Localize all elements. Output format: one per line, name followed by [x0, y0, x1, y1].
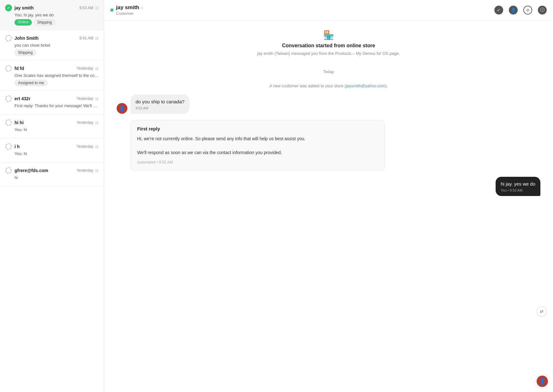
conv-time: Yesterday: [77, 168, 93, 173]
chat-header-actions: ✓ 👤 ⊘ ⓘ: [494, 6, 547, 14]
chat-panel: jay smith › Customer ✓ 👤 ⊘ ⓘ 🏪 Conversat…: [104, 0, 553, 392]
customer-message-text: do you ship to canada?: [136, 98, 184, 105]
chevron-right-icon: ›: [141, 5, 143, 10]
info-icon[interactable]: ⓘ: [538, 6, 547, 14]
customer-bubble: do you ship to canada? 9:52 AM: [131, 95, 189, 114]
conv-preview: You: hi: [15, 127, 99, 132]
system-subtitle: jay smith (Taiwan) messaged you from the…: [117, 50, 540, 57]
conv-preview: One Scales has assigned themself to the …: [15, 73, 99, 78]
system-title: Conversation started from online store: [117, 43, 540, 49]
conv-name: hi hi: [15, 120, 24, 125]
agent-avatar-bottom: 👤: [537, 376, 548, 387]
store-icon: 🏪: [117, 30, 540, 40]
customer-avatar: 👤: [117, 103, 127, 114]
conversation-item[interactable]: gfrere@fds.comYesterday⊟hi: [0, 163, 104, 187]
chat-header: jay smith › Customer ✓ 👤 ⊘ ⓘ: [104, 0, 553, 20]
conv-time: 9:53 AM: [79, 6, 93, 10]
auto-reply-footer: Automated • 9:52 AM: [137, 160, 378, 164]
conv-avatar: [5, 35, 12, 42]
conv-pin-icon: ⊟: [95, 120, 99, 125]
customer-notice: A new customer was added to your store (…: [117, 84, 540, 88]
notice-suffix: ).: [385, 84, 388, 88]
person-icon[interactable]: 👤: [509, 6, 518, 14]
system-message: 🏪 Conversation started from online store…: [117, 30, 540, 57]
conv-name: John Smith: [15, 36, 38, 41]
conv-time: Yesterday: [77, 120, 93, 125]
conv-avatar: [5, 119, 12, 126]
conv-avatar: [5, 167, 12, 174]
auto-reply-title: First reply: [137, 126, 378, 131]
conv-name: gfrere@fds.com: [15, 168, 48, 173]
conv-time: Yesterday: [77, 66, 93, 71]
chat-header-left: jay smith › Customer: [110, 4, 143, 16]
conversation-item[interactable]: ✓jay smith9:53 AM⊟You: hi jay. yes we do…: [0, 0, 104, 30]
conv-time: Yesterday: [77, 96, 93, 101]
conv-pin-icon: ⊟: [95, 168, 99, 173]
conv-tags: OnlineShipping: [15, 19, 99, 26]
repeat-icon[interactable]: ⇄: [537, 306, 547, 316]
conv-pin-icon: ⊟: [95, 6, 99, 10]
conv-time: Yesterday: [77, 144, 93, 149]
conversation-item[interactable]: hi hiYesterday⊟You: hi: [0, 115, 104, 139]
conversation-item[interactable]: John Smith9:41 AM⊟you can close ticketSh…: [0, 30, 104, 61]
online-indicator: [110, 9, 114, 12]
conv-name: fd fd: [15, 66, 24, 71]
notice-text: A new customer was added to your store: [269, 84, 343, 88]
auto-reply-p1: Hi, we're not currently online. So pleas…: [137, 135, 378, 142]
conv-preview: First reply: Thanks for your message! We…: [15, 103, 99, 108]
conv-tags: Shipping: [15, 49, 99, 56]
conversation-list: ✓jay smith9:53 AM⊟You: hi jay. yes we do…: [0, 0, 104, 392]
conv-name: ert 432r: [15, 96, 31, 101]
conv-avatar: [5, 65, 12, 72]
conv-avatar: [5, 143, 12, 150]
conversation-item[interactable]: fd fdYesterday⊟One Scales has assigned t…: [0, 61, 104, 91]
notice-email-link[interactable]: jaysmith@yahoo.com: [346, 84, 385, 88]
agent-message-time: You • 9:53 AM: [501, 188, 535, 192]
conv-pin-icon: ⊟: [95, 36, 99, 41]
conv-avatar: ✓: [5, 4, 12, 11]
auto-reply-card: First reply Hi, we're not currently onli…: [131, 120, 385, 170]
customer-message-time: 9:52 AM: [136, 106, 184, 110]
auto-reply-body1: Hi, we're not currently online. So pleas…: [137, 135, 378, 156]
conv-pin-icon: ⊟: [95, 96, 99, 101]
chat-contact-name: jay smith: [116, 4, 139, 11]
conv-time: 9:41 AM: [79, 36, 93, 40]
conv-tag: Online: [15, 19, 32, 26]
agent-bubble: hi jay. yes we do You • 9:53 AM: [496, 177, 540, 196]
customer-message-row: 👤 do you ship to canada? 9:52 AM: [117, 95, 540, 114]
conv-tags: Assigned to me: [15, 80, 99, 86]
date-divider: Today: [117, 69, 540, 74]
agent-message-row: hi jay. yes we do You • 9:53 AM: [117, 177, 540, 196]
conv-preview: You: hi jay. yes we do: [15, 13, 99, 17]
conversation-item[interactable]: i hYesterday⊟You: hi: [0, 139, 104, 163]
conv-avatar: [5, 95, 12, 102]
conv-tag: Assigned to me: [15, 80, 48, 86]
conv-preview: You: hi: [15, 151, 99, 156]
conversation-item[interactable]: ert 432rYesterday⊟First reply: Thanks fo…: [0, 91, 104, 115]
auto-reply-p2: We'll respond as soon as we can via the …: [137, 149, 378, 156]
agent-message-text: hi jay. yes we do: [501, 181, 535, 187]
conv-preview: you can close ticket: [15, 43, 99, 48]
conv-tag: Shipping: [34, 19, 55, 26]
conv-tag: Shipping: [15, 49, 36, 56]
conv-pin-icon: ⊟: [95, 144, 99, 149]
conv-name: i h: [15, 144, 20, 149]
conv-name: jay smith: [15, 5, 34, 10]
resolve-icon[interactable]: ✓: [494, 6, 503, 14]
snooze-icon[interactable]: ⊘: [523, 6, 532, 14]
chat-contact-role: Customer: [116, 11, 143, 16]
conv-preview: hi: [15, 175, 99, 180]
conv-pin-icon: ⊟: [95, 66, 99, 71]
chat-body: 🏪 Conversation started from online store…: [104, 20, 553, 392]
